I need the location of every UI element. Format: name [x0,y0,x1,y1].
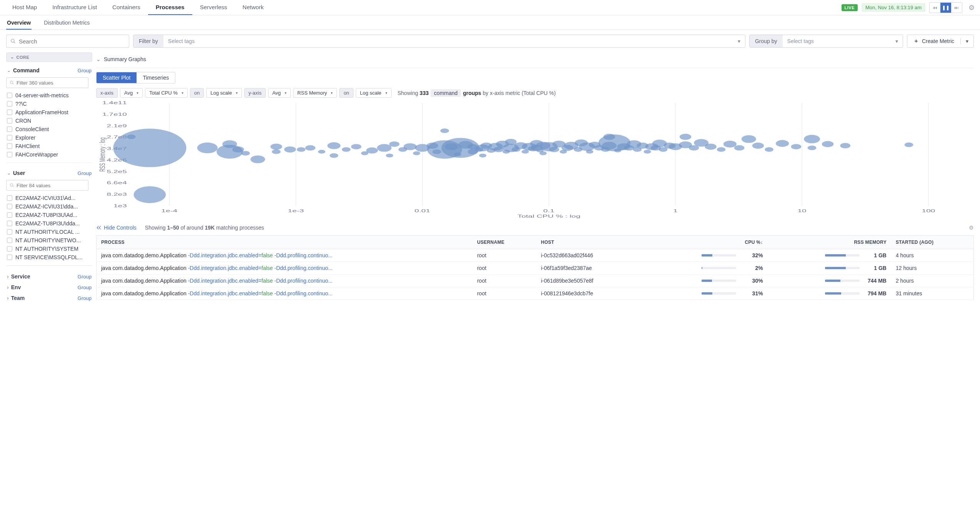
checkbox[interactable] [7,127,12,132]
core-section-header[interactable]: ⌄CORE [6,52,92,62]
forward-button[interactable]: ⏭ [951,3,962,13]
facet-item[interactable]: CRON [6,117,92,125]
checkbox[interactable] [7,110,12,115]
table-settings-icon[interactable]: ⚙ [969,225,974,231]
facet-item[interactable]: EC2AMAZ-TU8PI3U\dda... [6,219,92,228]
group-link[interactable]: Group [78,295,92,301]
facet-item[interactable]: EC2AMAZ-ICVIU31\Ad... [6,194,92,202]
nav-tab-network[interactable]: Network [235,0,272,15]
checkbox[interactable] [7,221,12,226]
table-row[interactable]: java com.datadog.demo.Application -Ddd.i… [97,287,974,300]
plot-tab-scatter-plot[interactable]: Scatter Plot [97,72,137,83]
facet-item[interactable]: EC2AMAZ-TU8PI3U\Ad... [6,211,92,219]
y-metric-select[interactable]: RSS Memory▾ [293,88,337,98]
svg-point-46 [330,153,338,158]
facet-team[interactable]: ›TeamGroup [6,293,92,303]
search-box[interactable] [6,35,129,48]
svg-line-1 [14,42,15,43]
cell-mem: 1 GB [768,262,891,275]
search-input[interactable] [19,38,125,45]
facet-item[interactable]: FAHCoreWrapper [6,150,92,159]
x-scale-select[interactable]: Log scale▾ [206,88,242,98]
search-icon [10,38,16,44]
summary-graphs-header[interactable]: ⌄ Summary Graphs [96,52,974,68]
col-username[interactable]: USERNAME [472,236,536,249]
facet-item[interactable]: EC2AMAZ-ICVIU31\dda... [6,202,92,211]
facet-filter-input[interactable] [17,80,85,86]
facet-item[interactable]: Explorer [6,133,92,142]
group-by-select[interactable]: Group by Select tags▾ [749,35,903,48]
facet-command-header[interactable]: ⌄ Command Group [6,66,92,75]
svg-point-124 [723,141,737,148]
checkbox[interactable] [7,229,12,235]
facet-item[interactable]: NT AUTHORITY\NETWO... [6,236,92,245]
y-agg-select[interactable]: Avg▾ [268,88,291,98]
col-mem[interactable]: RSS MEMORY [768,236,891,249]
checkbox[interactable] [7,118,12,123]
checkbox[interactable] [7,246,12,252]
group-link[interactable]: Group [78,170,92,176]
checkbox[interactable] [7,101,12,107]
col-cpu[interactable]: CPU %↓ [644,236,767,249]
cell-started: 12 hours [891,262,974,275]
hide-controls-button[interactable]: Hide Controls [96,225,137,231]
col-process[interactable]: PROCESS [97,236,473,249]
facet-item[interactable]: FAHClient [6,142,92,150]
checkbox[interactable] [7,255,12,260]
cell-cpu: 30% [644,275,767,287]
facet-user-header[interactable]: ⌄ User Group [6,168,92,178]
table-row[interactable]: java com.datadog.demo.Application -Ddd.i… [97,262,974,275]
subnav-tab-overview[interactable]: Overview [6,17,32,30]
nav-tab-containers[interactable]: Containers [105,0,148,15]
col-started[interactable]: STARTED (AGO) [891,236,974,249]
scatter-plot[interactable]: 1e-41e-30.010.11101001e38.2e36.6e45.2e54… [96,100,974,219]
main-content: ⌄ Summary Graphs Scatter PlotTimeseries … [92,52,980,315]
facet-item[interactable]: NT AUTHORITY\LOCAL ... [6,228,92,236]
facet-item[interactable]: 04-server-with-metrics [6,91,92,100]
settings-icon[interactable]: ⚙ [966,3,977,12]
facet-service[interactable]: ›ServiceGroup [6,271,92,282]
facet-env[interactable]: ›EnvGroup [6,282,92,293]
filter-by-select[interactable]: Filter by Select tags▾ [133,35,745,48]
nav-tab-processes[interactable]: Processes [148,0,192,15]
nav-tab-host-map[interactable]: Host Map [5,0,45,15]
checkbox[interactable] [7,143,12,149]
checkbox[interactable] [7,212,12,218]
group-link[interactable]: Group [78,68,92,73]
rewind-button[interactable]: ⏮ [930,3,940,13]
command-tag[interactable]: command [431,89,460,97]
nav-tab-infrastructure-list[interactable]: Infrastructure List [45,0,105,15]
create-metric-button[interactable]: ＋Create Metric ▾ [907,35,974,48]
facet-user-filter[interactable] [6,180,88,191]
nav-tab-serverless[interactable]: Serverless [192,0,235,15]
subnav-tab-distribution-metrics[interactable]: Distribution Metrics [43,17,90,30]
checkbox[interactable] [7,93,12,98]
col-host[interactable]: HOST [536,236,644,249]
plot-tab-timeseries[interactable]: Timeseries [137,72,175,83]
x-agg-select[interactable]: Avg▾ [120,88,143,98]
facet-item[interactable]: ConsoleClient [6,125,92,133]
svg-point-127 [752,143,764,149]
table-row[interactable]: java com.datadog.demo.Application -Ddd.i… [97,275,974,287]
checkbox[interactable] [7,135,12,140]
checkbox[interactable] [7,204,12,209]
facet-item[interactable]: ApplicationFrameHost [6,108,92,117]
facet-item[interactable]: NT SERVICE\MSSQLFDL... [6,253,92,262]
y-scale-select[interactable]: Log scale▾ [356,88,392,98]
checkbox[interactable] [7,195,12,201]
checkbox[interactable] [7,152,12,157]
process-table: PROCESS USERNAME HOST CPU %↓ RSS MEMORY … [96,235,974,300]
facet-item[interactable]: ??\C [6,100,92,108]
group-link[interactable]: Group [78,274,92,280]
facet-filter-input[interactable] [17,183,85,188]
group-link[interactable]: Group [78,285,92,290]
x-metric-select[interactable]: Total CPU %▾ [145,88,188,98]
facet-command-filter[interactable] [6,77,88,88]
create-metric-dropdown[interactable]: ▾ [960,38,973,44]
checkbox[interactable] [7,238,12,243]
svg-point-126 [742,135,756,143]
x-on-chip: on [190,88,204,98]
table-row[interactable]: java com.datadog.demo.Application -Ddd.i… [97,249,974,262]
facet-item[interactable]: NT AUTHORITY\SYSTEM [6,245,92,253]
pause-button[interactable]: ❚❚ [940,3,951,13]
